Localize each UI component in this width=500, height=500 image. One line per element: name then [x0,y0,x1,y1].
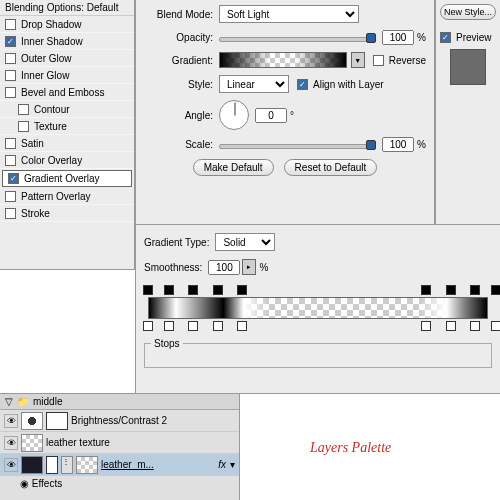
opacity-stop[interactable] [143,285,153,295]
opacity-stop[interactable] [237,285,247,295]
style-item-satin[interactable]: Satin [0,135,134,152]
layer-name[interactable]: leather_m... [101,459,218,470]
layer-row[interactable]: 👁Brightness/Contrast 2 [0,410,239,432]
style-select[interactable]: Linear [219,75,289,93]
folder-toggle-icon[interactable]: ▽ [5,396,13,407]
color-stop[interactable] [188,321,198,331]
layer-thumb [21,456,43,474]
layer-row[interactable]: 👁leather texture [0,432,239,454]
style-checkbox[interactable] [5,208,16,219]
gradient-type-label: Gradient Type: [144,237,209,248]
style-checkbox[interactable] [5,53,16,64]
scale-row: Scale: % [144,137,426,152]
gradient-label: Gradient: [144,55,219,66]
smoothness-input[interactable] [208,260,240,275]
style-item-outer-glow[interactable]: Outer Glow [0,50,134,67]
smart-thumb [76,456,98,474]
opacity-input[interactable] [382,30,414,45]
make-default-button[interactable]: Make Default [193,159,274,176]
blend-mode-row: Blend Mode: Soft Light [144,5,426,23]
layer-name[interactable]: leather texture [46,437,235,448]
angle-input[interactable] [255,108,287,123]
style-item-pattern-overlay[interactable]: Pattern Overlay [0,188,134,205]
style-item-inner-glow[interactable]: Inner Glow [0,67,134,84]
blend-mode-select[interactable]: Soft Light [219,5,359,23]
link-icon[interactable]: ⋮ [61,456,73,474]
color-stop[interactable] [446,321,456,331]
fx-chevron-icon[interactable]: ▾ [230,459,235,470]
style-checkbox[interactable]: ✓ [5,36,16,47]
stops-fieldset: Stops [144,338,492,368]
color-stop[interactable] [421,321,431,331]
gradient-editor[interactable] [144,283,492,333]
smoothness-dropdown-icon[interactable]: ▸ [242,259,256,275]
style-item-stroke[interactable]: Stroke [0,205,134,222]
preview-checkbox[interactable]: ✓ [440,32,451,43]
opacity-stop[interactable] [421,285,431,295]
style-item-drop-shadow[interactable]: Drop Shadow [0,16,134,33]
angle-dial[interactable] [219,100,249,130]
opacity-stop[interactable] [188,285,198,295]
gradient-preview[interactable] [219,52,347,68]
style-label: Inner Glow [21,70,69,81]
folder-icon: 📁 [17,396,29,407]
gradient-overlay-panel: Blend Mode: Soft Light Opacity: % Gradie… [135,0,435,225]
color-stop[interactable] [213,321,223,331]
opacity-stop[interactable] [164,285,174,295]
opacity-stop[interactable] [446,285,456,295]
scale-input[interactable] [382,137,414,152]
layer-effects-row[interactable]: ◉ Effects [0,476,239,491]
angle-label: Angle: [144,110,219,121]
gradient-row: Gradient: ▼ Reverse [144,52,426,68]
fx-badge[interactable]: fx [218,459,226,470]
opacity-stop[interactable] [213,285,223,295]
layers-palette-caption: Layers Palette [310,440,391,456]
angle-row: Angle: ° [144,100,426,130]
style-item-contour[interactable]: Contour [0,101,134,118]
scale-slider[interactable] [219,138,376,152]
color-stop[interactable] [143,321,153,331]
style-label: Satin [21,138,44,149]
layers-folder-header[interactable]: ▽ 📁 middle [0,394,239,410]
style-checkbox[interactable] [5,138,16,149]
gradient-type-select[interactable]: Solid [215,233,275,251]
reverse-checkbox[interactable] [373,55,384,66]
color-stop[interactable] [164,321,174,331]
style-checkbox[interactable] [5,19,16,30]
color-stop[interactable] [237,321,247,331]
visibility-icon[interactable]: 👁 [4,458,18,472]
color-stop[interactable] [470,321,480,331]
style-checkbox[interactable] [5,70,16,81]
opacity-stop[interactable] [491,285,500,295]
reset-default-button[interactable]: Reset to Default [284,159,378,176]
effects-bullet-icon: ◉ [20,478,32,489]
layer-thumb [21,434,43,452]
style-checkbox[interactable] [18,104,29,115]
color-stop[interactable] [491,321,500,331]
opacity-row: Opacity: % [144,30,426,45]
new-style-button[interactable]: New Style... [440,4,496,20]
layer-name[interactable]: Brightness/Contrast 2 [71,415,235,426]
style-item-texture[interactable]: Texture [0,118,134,135]
align-checkbox[interactable]: ✓ [297,79,308,90]
visibility-icon[interactable]: 👁 [4,414,18,428]
style-checkbox[interactable] [5,155,16,166]
style-checkbox[interactable] [18,121,29,132]
visibility-icon[interactable]: 👁 [4,436,18,450]
style-item-gradient-overlay[interactable]: ✓Gradient Overlay [2,170,132,187]
gradient-bar[interactable] [148,297,488,319]
angle-unit: ° [290,110,294,121]
style-item-inner-shadow[interactable]: ✓Inner Shadow [0,33,134,50]
opacity-slider[interactable] [219,31,376,45]
style-checkbox[interactable] [5,191,16,202]
layer-row[interactable]: 👁⋮leather_m...fx▾ [0,454,239,476]
opacity-unit: % [417,32,426,43]
smoothness-unit: % [259,262,268,273]
opacity-stop[interactable] [470,285,480,295]
style-checkbox[interactable]: ✓ [8,173,19,184]
style-item-color-overlay[interactable]: Color Overlay [0,152,134,169]
style-checkbox[interactable] [5,87,16,98]
gradient-dropdown-icon[interactable]: ▼ [351,52,365,68]
style-item-bevel-and-emboss[interactable]: Bevel and Emboss [0,84,134,101]
style-label: Contour [34,104,70,115]
